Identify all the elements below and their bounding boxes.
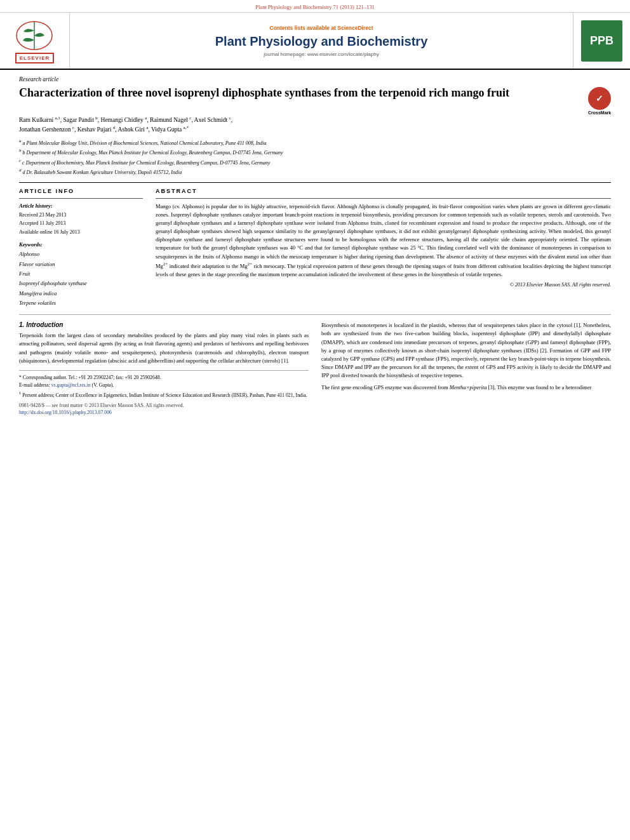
introduction-section: 1. Introduction Terpenoids form the larg… <box>19 321 611 415</box>
article-type-label: Research article <box>19 76 611 83</box>
page: Plant Physiology and Biochemistry 71 (20… <box>0 0 630 840</box>
article-info-heading: ARTICLE INFO <box>19 188 143 194</box>
intro-left-col: 1. Introduction Terpenoids form the larg… <box>19 321 309 415</box>
crossmark-label: CrossMark <box>588 110 611 116</box>
ppb-logo: PPB <box>581 20 622 62</box>
intro-right-col: Biosynthesis of monoterpenes is localize… <box>321 321 611 415</box>
intro-heading: 1. Introduction <box>19 321 309 328</box>
issn-text: 0981-9428/$ — see front matter © 2013 El… <box>19 403 309 408</box>
affiliations-block: a a Plant Molecular Biology Unit, Divisi… <box>19 138 611 177</box>
keyword-1: Alphonso <box>19 250 143 259</box>
present-address-note: 1 Present address; Center of Excellence … <box>19 390 309 399</box>
abstract-heading: ABSTRACT <box>156 188 611 194</box>
keyword-5: Mangifera indica <box>19 289 143 298</box>
affiliation-c: c c Department of Biochemistry, Max Plan… <box>19 157 611 167</box>
journal-title-area: Contents lists available at ScienceDirec… <box>70 13 573 69</box>
keyword-4: Isoprenyl diphosphate synthase <box>19 279 143 288</box>
abstract-col: ABSTRACT Mango (cv. Alphonso) is popular… <box>156 188 611 309</box>
intro-paragraph-right-1: Biosynthesis of monoterpenes is localize… <box>321 321 611 380</box>
journal-footer: 0981-9428/$ — see front matter © 2013 El… <box>19 403 309 415</box>
journal-title: Plant Physiology and Biochemistry <box>215 34 428 49</box>
keywords-label: Keywords: <box>19 241 143 248</box>
present-address-sup: 1 <box>19 390 21 395</box>
journal-citation-bar: Plant Physiology and Biochemistry 71 (20… <box>0 0 630 13</box>
article-info-divider <box>19 198 143 199</box>
keywords-list: Alphonso Flavor variation Fruit Isopreny… <box>19 250 143 308</box>
ppb-logo-area: PPB <box>573 13 630 69</box>
corresponding-author-note: * Corresponding author. Tel.: +91 20 259… <box>19 374 309 382</box>
header-divider <box>19 182 611 183</box>
journal-homepage-url: journal homepage: www.elsevier.com/locat… <box>264 51 379 57</box>
journal-citation-text: Plant Physiology and Biochemistry 71 (20… <box>255 4 374 10</box>
doi-link: http://dx.doi.org/10.1016/j.plaphy.2013.… <box>19 410 309 415</box>
crossmark-badge: ✓ CrossMark <box>588 87 611 110</box>
article-dates: Received 23 May 2013 Accepted 11 July 20… <box>19 211 143 237</box>
intro-paragraph-1: Terpenoids form the largest class of sec… <box>19 331 309 365</box>
footnotes-block: * Corresponding author. Tel.: +91 20 259… <box>19 370 309 399</box>
article-info-col: ARTICLE INFO Article history: Received 2… <box>19 188 143 309</box>
article-title-text: Characterization of three novel isopreny… <box>19 86 588 100</box>
elsevier-logo-area: ELSEVIER <box>0 13 70 69</box>
sciencedirect-notice: Contents lists available at ScienceDirec… <box>270 25 373 31</box>
elsevier-tree-icon <box>14 18 55 53</box>
keyword-6: Terpene volatiles <box>19 298 143 308</box>
abstract-body: Mango (cv. Alphonso) is popular due to i… <box>156 203 611 279</box>
abstract-divider <box>156 198 611 199</box>
received-date: Received 23 May 2013 <box>19 211 143 220</box>
available-date: Available online 16 July 2013 <box>19 228 143 237</box>
abstract-copyright: © 2013 Elsevier Masson SAS. All rights r… <box>156 282 611 288</box>
affiliation-d: d d Dr. Balasaheb Sawant Konkan Agricult… <box>19 167 611 177</box>
affiliation-a: a a Plant Molecular Biology Unit, Divisi… <box>19 138 611 147</box>
authors-line: Ram Kulkarni a,1, Sagar Pandit b, Hemang… <box>19 115 611 135</box>
journal-header: ELSEVIER Contents lists available at Sci… <box>0 13 630 70</box>
intro-paragraph-right-2: The first gene encoding GPS enzyme was d… <box>321 383 611 392</box>
doi-anchor[interactable]: http://dx.doi.org/10.1016/j.plaphy.2013.… <box>19 410 112 415</box>
accepted-date: Accepted 11 July 2013 <box>19 219 143 228</box>
affiliation-b: b b Department of Molecular Ecology, Max… <box>19 147 611 157</box>
keyword-3: Fruit <box>19 269 143 279</box>
keyword-2: Flavor variation <box>19 260 143 269</box>
sciencedirect-link-text[interactable]: ScienceDirect <box>337 25 373 31</box>
article-content: Research article Characterization of thr… <box>0 70 630 422</box>
email-link[interactable]: vs.gupta@ncl.res.in <box>51 382 91 388</box>
crossmark-icon: ✓ <box>588 87 611 110</box>
info-abstract-row: ARTICLE INFO Article history: Received 2… <box>19 188 611 309</box>
email-note: E-mail address: vs.gupta@ncl.res.in (V. … <box>19 382 309 389</box>
article-title-row: Characterization of three novel isopreny… <box>19 86 611 110</box>
elsevier-wordmark: ELSEVIER <box>15 53 55 63</box>
article-history-label: Article history: <box>19 203 143 209</box>
section-divider <box>19 314 611 315</box>
